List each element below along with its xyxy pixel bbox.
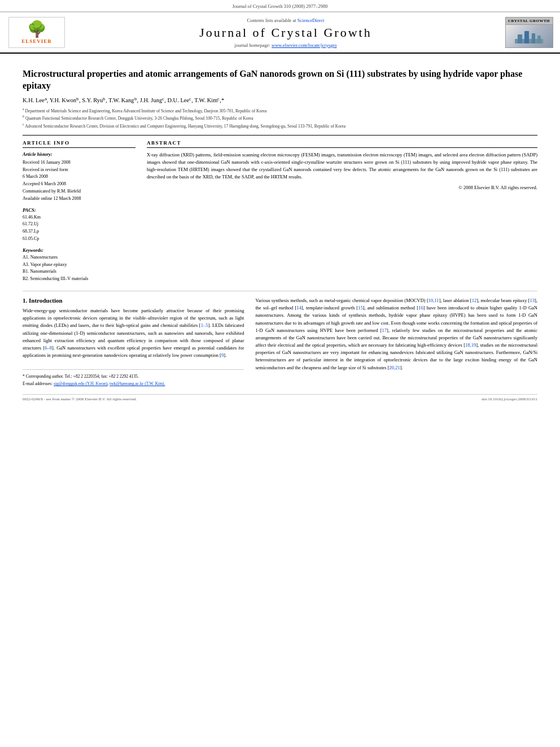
intro-right-text: Various synthesis methods, such as metal…: [255, 297, 537, 372]
sciencedirect-line: Contents lists available at ScienceDirec…: [72, 18, 499, 23]
affiliation-c: c Advanced Semiconductor Research Center…: [23, 122, 537, 129]
elsevier-logo: 🌳 ELSEVIER: [6, 17, 68, 48]
abstract-copyright: © 2008 Elsevier B.V. All rights reserved…: [147, 185, 537, 190]
body-columns: 1. Introduction Wide-energy-gap semicond…: [23, 297, 537, 388]
body-left-col: 1. Introduction Wide-energy-gap semicond…: [23, 297, 244, 388]
article-info-abstract: ARTICLE INFO Article history: Received 1…: [23, 140, 537, 283]
ref-10-11[interactable]: 10,11: [428, 298, 439, 303]
section-divider: [23, 291, 537, 291]
elsevier-logo-image: 🌳 ELSEVIER: [8, 17, 65, 48]
citation-text: Journal of Crystal Growth 310 (2008) 297…: [232, 3, 327, 9]
intro-para-1: Wide-energy-gap semiconductor materials …: [23, 307, 244, 359]
citation-bar: Journal of Crystal Growth 310 (2008) 297…: [0, 0, 560, 12]
svg-rect-1: [518, 34, 522, 43]
homepage-link[interactable]: www.elsevier.com/locate/jcrysgro: [272, 42, 337, 48]
main-content: Microstructural properties and atomic ar…: [0, 54, 560, 407]
intro-title: 1. Introduction: [23, 297, 244, 304]
ref-18-19[interactable]: 18,19: [465, 342, 476, 348]
crystal-logo-image: [506, 25, 553, 47]
journal-header: 🌳 ELSEVIER Contents lists available at S…: [0, 12, 560, 54]
ref-13[interactable]: 13: [530, 298, 535, 303]
bottom-issn: 0022-0248/$ - see front matter © 2008 El…: [23, 397, 137, 401]
homepage-prefix: journal homepage:: [234, 42, 270, 48]
ref-20-21[interactable]: 20,21: [390, 365, 400, 370]
article-info-col: ARTICLE INFO Article history: Received 1…: [23, 140, 135, 283]
bottom-bar: 0022-0248/$ - see front matter © 2008 El…: [23, 394, 537, 401]
footnote-area: * Corresponding author. Tel.: +82 2 2220…: [23, 369, 244, 387]
crystal-logo-title: CRYSTAL GROWTH: [506, 18, 553, 25]
ref-12[interactable]: 12: [472, 298, 477, 303]
body-right-col: Various synthesis methods, such as metal…: [255, 297, 537, 388]
sciencedirect-link[interactable]: ScienceDirect: [298, 18, 325, 23]
ref-15[interactable]: 15: [358, 305, 363, 311]
affiliation-a: a Department of Materials Science and En…: [23, 107, 537, 114]
article-history-title: Article history:: [23, 151, 135, 157]
intro-left-text: Wide-energy-gap semiconductor materials …: [23, 307, 244, 359]
ref-9[interactable]: 9: [221, 352, 224, 358]
ref-6-8[interactable]: 6–8: [45, 345, 52, 351]
sciencedirect-prefix: Contents lists available at: [247, 18, 296, 23]
intro-para-2: Various synthesis methods, such as metal…: [255, 297, 537, 372]
ref-16[interactable]: 16: [418, 305, 423, 311]
affiliations: a Department of Materials Science and En…: [23, 107, 537, 129]
journal-homepage: journal homepage: www.elsevier.com/locat…: [72, 42, 499, 48]
journal-title-header: Journal of Crystal Growth: [72, 25, 499, 40]
ref-17[interactable]: 17: [382, 327, 387, 333]
bottom-doi: doi:10.1016/j.jcrysgro.2008.03.011: [482, 397, 537, 401]
page-container: Journal of Crystal Growth 310 (2008) 297…: [0, 0, 560, 747]
header-divider: [23, 135, 537, 136]
pacs-items: 61.46.Km 61.72.Uj 68.37.Lp 61.05.Cp: [23, 214, 135, 243]
journal-header-center: Contents lists available at ScienceDirec…: [72, 18, 499, 48]
article-info-title: ARTICLE INFO: [23, 140, 135, 148]
elsevier-label: ELSEVIER: [21, 38, 52, 44]
bottom-bar-inner: 0022-0248/$ - see front matter © 2008 El…: [23, 397, 537, 401]
keywords-items: A1. Nanostructures A3. Vapor phase epita…: [23, 254, 135, 283]
affiliation-b: b Quantum Functional Semiconductor Resea…: [23, 114, 537, 121]
svg-rect-2: [524, 31, 529, 43]
footnote-email-kwon[interactable]: sig@dongguk.edu (Y.H. Kwon): [54, 381, 107, 386]
crystal-growth-logo: CRYSTAL GROWTH: [504, 17, 554, 48]
abstract-text: X-ray diffraction (XRD) patterns, field-…: [147, 151, 537, 181]
crystal-logo-box: CRYSTAL GROWTH: [505, 17, 553, 48]
paper-title: Microstructural properties and atomic ar…: [23, 68, 537, 92]
authors-text: K.H. Leeᵃ, Y.H. Kwonᵇ, S.Y. Ryuᵇ, T.W. K…: [23, 97, 224, 103]
footnote-emails: E-mail addresses: sig@dongguk.edu (Y.H. …: [23, 381, 244, 387]
tree-icon: 🌳: [27, 21, 47, 37]
ref-1-5[interactable]: 1–5: [201, 322, 208, 328]
footnote-email-kim[interactable]: twk@hanyang.ac.kr (T.W. Kim).: [110, 381, 165, 386]
pacs-title: PACS:: [23, 207, 135, 213]
authors-line: K.H. Leeᵃ, Y.H. Kwonᵇ, S.Y. Ryuᵇ, T.W. K…: [23, 97, 537, 103]
crystal-growth-svg: [512, 28, 546, 45]
footnote-corresponding: * Corresponding author. Tel.: +82 2 2220…: [23, 373, 244, 379]
history-received: Received 16 January 2008 Received in rev…: [23, 159, 135, 203]
abstract-title: ABSTRACT: [147, 140, 537, 148]
ref-14[interactable]: 14: [296, 305, 301, 311]
svg-rect-4: [537, 36, 541, 43]
abstract-col: ABSTRACT X-ray diffraction (XRD) pattern…: [147, 140, 537, 283]
keywords-title: Keywords:: [23, 247, 135, 253]
svg-rect-3: [532, 33, 535, 43]
